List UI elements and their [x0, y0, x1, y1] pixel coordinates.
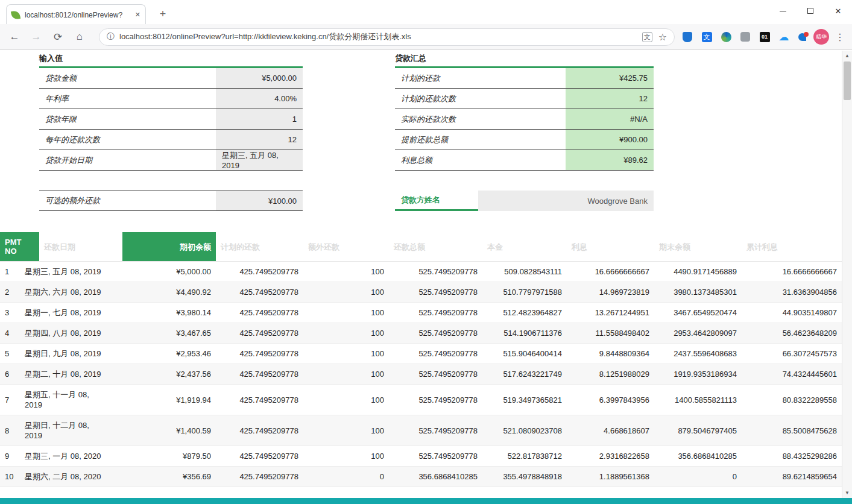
table-cell: 525.7495209778 [389, 287, 482, 297]
row-value: #N/A [566, 109, 654, 130]
table-row: 计划的还款¥425.75 [395, 68, 654, 89]
table-cell: 7 [0, 395, 20, 405]
row-value: 星期三, 五月 08, 2019 [216, 150, 303, 171]
address-bar[interactable]: ⓘ localhost:8012/onlinePreview?url=http:… [99, 28, 675, 46]
table-cell: 9 [0, 451, 20, 461]
table-cell: 2953.4642809097 [654, 328, 742, 338]
extension-translate-icon[interactable]: 文 [700, 30, 713, 43]
table-row: 年利率4.00% [39, 89, 303, 109]
table-cell: 100 [303, 451, 389, 461]
table-cell: 10 [0, 471, 20, 482]
column-header-payment-date: 还款日期 [39, 232, 122, 261]
extension-cloud-icon[interactable]: ☁ [777, 30, 790, 43]
badge-01-icon: 01 [760, 32, 770, 42]
extension-01-badge[interactable]: 01 [758, 30, 771, 43]
minimize-icon [780, 11, 786, 11]
table-cell: 522.817838712 [482, 451, 567, 461]
scroll-up-icon[interactable]: ▲ [842, 51, 852, 61]
table-row: 可选的额外还款 ¥100.00 [39, 191, 303, 211]
column-header-total-payment: 还款总额 [389, 232, 482, 261]
table-row: 贷款开始日期星期三, 五月 08, 2019 [39, 150, 303, 171]
table-cell: 5 [0, 348, 20, 359]
table-cell: 517.6243221749 [482, 369, 567, 379]
row-value: ¥5,000.00 [216, 68, 303, 89]
page-info-icon[interactable]: ⓘ [107, 31, 115, 42]
table-cell: 514.1906711376 [482, 328, 567, 338]
column-header-extra-payment: 额外还款 [303, 232, 389, 261]
extension-gray-icon[interactable] [739, 30, 752, 43]
extension-globe-icon[interactable] [719, 30, 733, 43]
table-cell: ¥1,400.59 [122, 426, 216, 436]
table-cell: 425.7495209778 [216, 471, 303, 482]
column-header-ending-balance: 期末余额 [654, 232, 742, 261]
translate-icon[interactable]: 文 [642, 32, 652, 42]
extension-bird-icon[interactable] [797, 30, 810, 43]
table-row: 计划的还款次数12 [395, 89, 654, 109]
maximize-icon [807, 8, 813, 14]
table-cell: 100 [303, 307, 389, 318]
browser-window: localhost:8012/onlinePreview? ✕ + ✕ ← → … [0, 0, 852, 504]
table-cell: 13.2671244951 [567, 307, 654, 318]
table-cell: 525.7495209778 [389, 348, 482, 359]
table-cell: 星期二, 十月 08, 2019 [20, 369, 122, 379]
new-tab-button[interactable]: + [156, 7, 170, 21]
table-cell: 425.7495209778 [216, 348, 303, 359]
avatar[interactable]: 精华 [813, 29, 829, 45]
table-cell: 525.7495209778 [389, 328, 482, 338]
close-button[interactable]: ✕ [824, 0, 852, 22]
table-cell: 100 [303, 395, 389, 405]
table-cell: 66.3072457573 [742, 348, 842, 359]
table-cell: 1.1889561368 [567, 471, 654, 482]
table-cell: 星期一, 七月 08, 2019 [20, 307, 122, 318]
table-cell: 星期日, 九月 08, 2019 [20, 348, 122, 359]
tab-close-icon[interactable]: ✕ [135, 11, 140, 19]
table-cell: 2.9316822658 [567, 451, 654, 461]
browser-tab[interactable]: localhost:8012/onlinePreview? ✕ [6, 4, 146, 25]
table-cell: 6 [0, 369, 20, 379]
table-cell: 425.7495209778 [216, 307, 303, 318]
table-cell: ¥1,919.94 [122, 395, 216, 405]
lender-row: 贷款方姓名 Woodgrove Bank [395, 191, 654, 211]
table-cell: 4.668618607 [567, 426, 654, 436]
table-cell: 510.7797971588 [482, 287, 567, 297]
table-cell: 356.6868410285 [389, 471, 482, 482]
shield-icon [683, 32, 692, 42]
table-cell: 100 [303, 369, 389, 379]
url-text[interactable]: localhost:8012/onlinePreview?url=http://… [119, 31, 636, 42]
extension-shield-icon[interactable] [681, 30, 694, 43]
scroll-down-icon[interactable]: ▼ [842, 488, 852, 498]
table-cell: 525.7495209778 [389, 426, 482, 436]
window-controls: ✕ [769, 0, 852, 22]
table-cell: 525.7495209778 [389, 395, 482, 405]
bookmark-star-icon[interactable]: ☆ [658, 31, 667, 43]
table-cell: ¥3,980.14 [122, 307, 216, 318]
table-cell: 509.0828543111 [482, 266, 567, 277]
scrollbar-thumb[interactable] [844, 61, 851, 100]
column-header-pmt-no: PMT NO [0, 232, 39, 261]
table-cell: 11.5588498402 [567, 328, 654, 338]
table-cell: 425.7495209778 [216, 266, 303, 277]
table-row: 实际的还款次数#N/A [395, 109, 654, 130]
row-label: 提前还款总额 [395, 130, 566, 150]
schedule-body: 1星期三, 五月 08, 2019¥5,000.00425.7495209778… [0, 262, 842, 487]
table-cell: 31.6363904856 [742, 287, 842, 297]
browser-menu-icon[interactable]: ⋮ [834, 31, 846, 43]
forward-button[interactable]: → [28, 28, 45, 45]
close-icon: ✕ [835, 7, 842, 16]
vertical-scrollbar[interactable]: ▲ ▼ [842, 51, 852, 504]
table-cell: 16.6666666667 [567, 266, 654, 277]
table-cell: 512.4823964827 [482, 307, 567, 318]
table-cell: 1 [0, 266, 20, 277]
maximize-button[interactable] [797, 0, 824, 22]
home-button[interactable]: ⌂ [71, 28, 88, 45]
reload-button[interactable]: ⟳ [49, 28, 66, 45]
table-row: 6星期二, 十月 08, 2019¥2,437.56425.7495209778… [0, 364, 842, 385]
lender-label: 贷款方姓名 [395, 191, 478, 211]
table-cell: 525.7495209778 [389, 307, 482, 318]
column-header-beginning-balance: 期初余额 [122, 232, 216, 261]
table-cell: 1400.5855821113 [654, 395, 742, 405]
back-button[interactable]: ← [6, 28, 23, 45]
table-cell: 星期六, 二月 08, 2020 [20, 471, 122, 482]
table-cell: 星期六, 六月 08, 2019 [20, 287, 122, 297]
minimize-button[interactable] [769, 0, 797, 22]
